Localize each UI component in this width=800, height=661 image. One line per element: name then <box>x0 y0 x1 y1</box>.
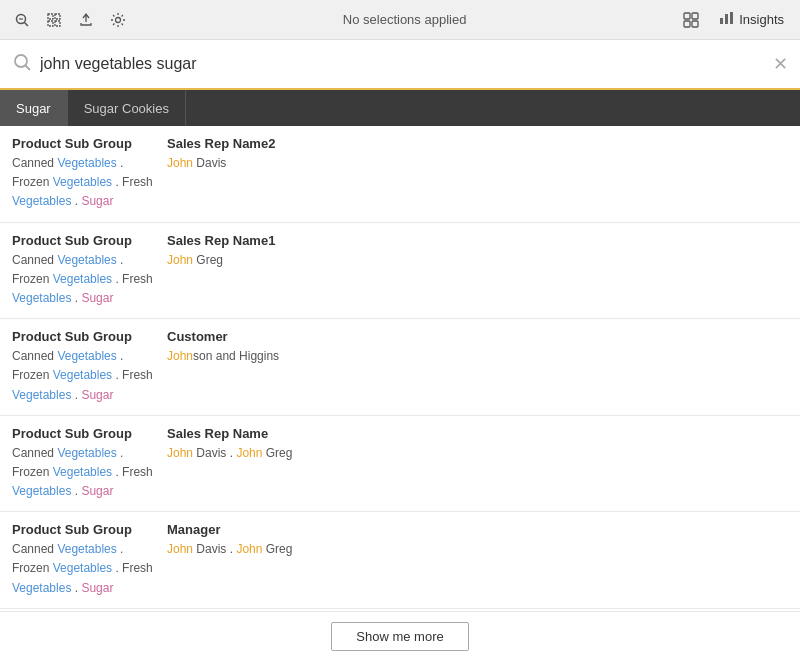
svg-rect-12 <box>720 18 723 24</box>
svg-point-15 <box>15 55 27 67</box>
svg-line-16 <box>26 65 31 70</box>
field-value-token: Vegetables <box>53 368 112 382</box>
result-right-values: John Davis <box>167 154 788 173</box>
smart-search-icon[interactable] <box>677 6 705 34</box>
result-right-values: John Davis . John Greg <box>167 540 788 559</box>
field-value-token: Vegetables <box>57 446 116 460</box>
result-field-title: Product Sub Group <box>12 426 157 441</box>
field-value-token: Greg <box>193 253 223 267</box>
field-value-token: Vegetables <box>12 388 71 402</box>
field-value-token: . <box>117 253 124 267</box>
field-value-token: Fresh <box>122 272 153 286</box>
result-right-values: John Greg <box>167 251 788 270</box>
toolbar-right: Insights <box>677 6 792 34</box>
field-value-token: . <box>112 272 122 286</box>
field-value-token: Vegetables <box>12 194 71 208</box>
select-icon[interactable] <box>40 6 68 34</box>
field-value-token: Fresh <box>122 175 153 189</box>
svg-rect-3 <box>48 14 53 19</box>
field-value-token: Vegetables <box>57 253 116 267</box>
field-value-token: John <box>167 156 193 170</box>
field-value-token: Vegetables <box>57 156 116 170</box>
field-value-token: Vegetables <box>53 465 112 479</box>
field-value-token: . <box>117 542 124 556</box>
show-more-button[interactable]: Show me more <box>331 622 468 651</box>
zoom-icon[interactable] <box>8 6 36 34</box>
clear-search-icon[interactable]: ✕ <box>773 53 788 75</box>
field-value-token: John <box>236 446 262 460</box>
field-value-token: Vegetables <box>12 291 71 305</box>
field-value-token: Sugar <box>81 388 113 402</box>
svg-rect-13 <box>725 14 728 24</box>
result-row: Product Sub GroupCanned Vegetables . Fro… <box>0 512 800 609</box>
field-value-token: Vegetables <box>57 349 116 363</box>
insights-button[interactable]: Insights <box>711 7 792 32</box>
tab-sugar[interactable]: Sugar <box>0 90 68 126</box>
field-value-token: Greg <box>262 446 292 460</box>
field-value-token: Frozen <box>12 368 53 382</box>
svg-rect-5 <box>48 21 53 26</box>
result-right-col: Sales Rep Name1John Greg <box>167 233 788 270</box>
field-value-token: . <box>71 291 81 305</box>
field-value-token: . <box>71 484 81 498</box>
field-value-token: Davis . <box>193 446 236 460</box>
result-row: Product Sub GroupCanned Vegetables . Fro… <box>0 416 800 513</box>
svg-point-7 <box>116 17 121 22</box>
field-value-token: Sugar <box>81 581 113 595</box>
result-right-title: Sales Rep Name1 <box>167 233 788 248</box>
insights-chart-icon <box>719 11 735 28</box>
result-field-values: Canned Vegetables . Frozen Vegetables . … <box>12 251 157 309</box>
result-right-values: John Davis . John Greg <box>167 444 788 463</box>
field-value-token: . <box>117 349 124 363</box>
result-right-title: Manager <box>167 522 788 537</box>
result-row: Product Sub GroupCanned Vegetables . Fro… <box>0 126 800 223</box>
svg-line-1 <box>25 22 29 26</box>
field-value-token: Canned <box>12 253 57 267</box>
result-field-values: Canned Vegetables . Frozen Vegetables . … <box>12 347 157 405</box>
tab-sugar-cookies[interactable]: Sugar Cookies <box>68 90 186 126</box>
toolbar-status: No selections applied <box>136 12 673 27</box>
svg-rect-9 <box>692 13 698 19</box>
field-value-token: Sugar <box>81 291 113 305</box>
field-value-token: Vegetables <box>53 175 112 189</box>
results-area: Product Sub GroupCanned Vegetables . Fro… <box>0 126 800 611</box>
search-input[interactable] <box>40 55 773 73</box>
search-bar: ✕ <box>0 40 800 90</box>
field-value-token: Vegetables <box>12 484 71 498</box>
field-value-token: Canned <box>12 349 57 363</box>
result-right-col: CustomerJohnson and Higgins <box>167 329 788 366</box>
result-right-col: ManagerJohn Davis . John Greg <box>167 522 788 559</box>
result-field-title: Product Sub Group <box>12 329 157 344</box>
field-value-token: . <box>71 581 81 595</box>
result-field-values: Canned Vegetables . Frozen Vegetables . … <box>12 154 157 212</box>
field-value-token: Sugar <box>81 194 113 208</box>
result-right-values: Johnson and Higgins <box>167 347 788 366</box>
result-right-title: Customer <box>167 329 788 344</box>
show-more-area: Show me more <box>0 611 800 661</box>
svg-rect-11 <box>692 21 698 27</box>
field-value-token: . <box>71 194 81 208</box>
result-left-col: Product Sub GroupCanned Vegetables . Fro… <box>12 136 167 212</box>
field-value-token: Davis . <box>193 542 236 556</box>
export-icon[interactable] <box>72 6 100 34</box>
field-value-token: John <box>236 542 262 556</box>
result-field-values: Canned Vegetables . Frozen Vegetables . … <box>12 444 157 502</box>
field-value-token: . <box>112 465 122 479</box>
result-right-col: Sales Rep Name2John Davis <box>167 136 788 173</box>
insights-label: Insights <box>739 12 784 27</box>
field-value-token: Vegetables <box>12 581 71 595</box>
svg-rect-4 <box>55 14 60 19</box>
result-field-title: Product Sub Group <box>12 522 157 537</box>
svg-rect-8 <box>684 13 690 19</box>
settings-icon[interactable] <box>104 6 132 34</box>
field-value-token: Canned <box>12 542 57 556</box>
field-value-token: John <box>167 253 193 267</box>
result-left-col: Product Sub GroupCanned Vegetables . Fro… <box>12 329 167 405</box>
field-value-token: . <box>117 446 124 460</box>
field-value-token: Greg <box>262 542 292 556</box>
field-value-token: Frozen <box>12 272 53 286</box>
svg-rect-14 <box>730 12 733 24</box>
field-value-token: . <box>71 388 81 402</box>
result-right-col: Sales Rep NameJohn Davis . John Greg <box>167 426 788 463</box>
result-right-title: Sales Rep Name2 <box>167 136 788 151</box>
